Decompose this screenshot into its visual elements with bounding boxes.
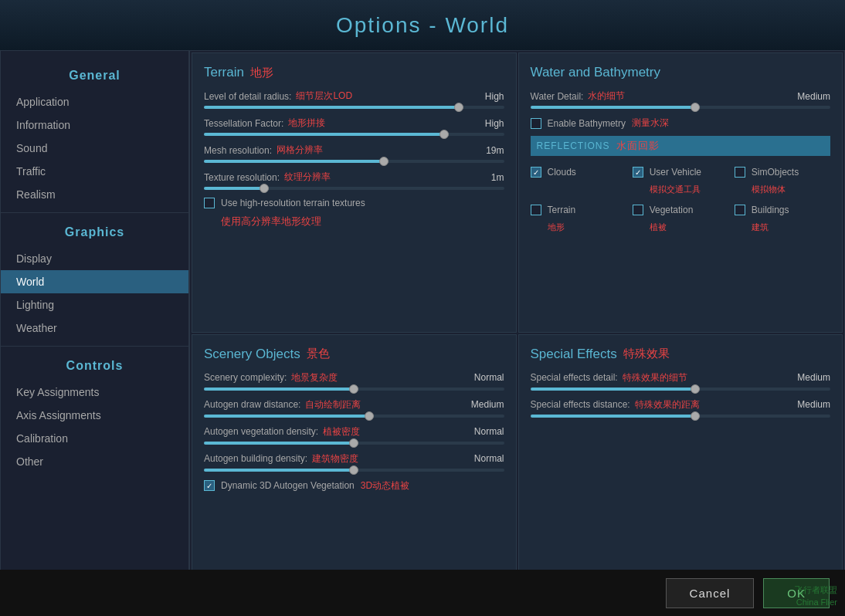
page-title: Options - World: [336, 13, 509, 38]
draw-dist-slider[interactable]: [204, 415, 504, 418]
bathymetry-checkbox[interactable]: [531, 118, 541, 129]
sidebar-graphics-title: Graphics: [1, 219, 188, 247]
sidebar-item-calibration[interactable]: Calibration: [1, 427, 188, 450]
lod-row: Level of detail radius: 细节层次LOD High: [204, 90, 504, 109]
sidebar-item-weather[interactable]: Weather: [1, 316, 188, 340]
terrain-panel: Terrain 地形 Level of detail radius: 细节层次L…: [192, 52, 517, 333]
mesh-row: Mesh resolution: 网格分辨率 19m: [204, 144, 504, 163]
hires-checkbox[interactable]: [204, 198, 215, 208]
user-vehicle-checkbox[interactable]: [633, 167, 643, 178]
fx-distance-row: Special effects distance: 特殊效果的距离 Medium: [531, 398, 831, 418]
veg-density-row: Autogen vegetation density: 植被密度 Normal: [204, 425, 504, 445]
user-vehicle-cn: 模拟交通工具: [633, 184, 728, 195]
sidebar-item-axis-assignments[interactable]: Axis Assignments: [1, 404, 188, 427]
reflections-row1: Clouds User Vehicle SimObjects: [531, 161, 831, 184]
sidebar-item-key-assignments[interactable]: Key Assignments: [1, 381, 188, 404]
complexity-row: Scenery complexity: 地景复杂度 Normal: [204, 371, 504, 391]
bottom-bar: Cancel OK: [0, 570, 845, 616]
reflections-row2: Terrain Vegetation Buildings: [531, 198, 831, 222]
fx-detail-slider[interactable]: [531, 388, 831, 391]
hires-label-cn: 使用高分辨率地形纹理: [221, 215, 504, 228]
user-vehicle-checkbox-row[interactable]: User Vehicle: [633, 167, 728, 178]
bathymetry-row[interactable]: Enable Bathymetry 测量水深: [531, 117, 831, 130]
tess-slider[interactable]: [204, 133, 504, 136]
buildings-cn: 建筑: [735, 222, 830, 233]
clouds-checkbox[interactable]: [531, 167, 541, 178]
water-detail-row: Water Detail: 水的细节 Medium: [531, 90, 831, 109]
simobjects-checkbox[interactable]: [735, 167, 745, 178]
cancel-button[interactable]: Cancel: [666, 578, 755, 608]
water-panel: Water and Bathymetry Water Detail: 水的细节 …: [518, 52, 843, 333]
watermark: 飞行者联盟 China Flier: [795, 584, 837, 608]
scenery-title: Scenery Objects 景色: [204, 347, 504, 362]
fx-distance-slider[interactable]: [531, 415, 831, 418]
sidebar: General Application Information Sound Tr…: [0, 50, 189, 616]
reflections-header: REFLECTIONS 水面回影: [531, 136, 831, 156]
clouds-cn: [531, 184, 626, 195]
sidebar-item-sound[interactable]: Sound: [1, 137, 188, 160]
dynamic-checkbox[interactable]: [204, 480, 215, 491]
terrain-refl-cn: 地形: [531, 222, 626, 233]
content-area: Terrain 地形 Level of detail radius: 细节层次L…: [189, 50, 845, 616]
mesh-slider[interactable]: [204, 160, 504, 163]
sidebar-item-traffic[interactable]: Traffic: [1, 160, 188, 183]
complexity-slider[interactable]: [204, 388, 504, 391]
sidebar-item-information[interactable]: Information: [1, 113, 188, 137]
simobjects-cn: 模拟物体: [735, 184, 830, 195]
texture-row: Texture resolution: 纹理分辨率 1m: [204, 171, 504, 190]
vegetation-cn: 植被: [633, 222, 728, 233]
water-detail-slider[interactable]: [531, 106, 831, 109]
clouds-checkbox-row[interactable]: Clouds: [531, 167, 626, 178]
sidebar-divider-2: [1, 346, 188, 347]
vegetation-checkbox-row[interactable]: Vegetation: [633, 205, 728, 215]
title-bar: Options - World: [0, 0, 845, 50]
buildings-checkbox[interactable]: [735, 205, 745, 215]
sidebar-item-world[interactable]: World: [1, 270, 188, 293]
bld-density-row: Autogen building density: 建筑物密度 Normal: [204, 452, 504, 472]
veg-density-slider[interactable]: [204, 442, 504, 445]
bld-density-slider[interactable]: [204, 469, 504, 472]
sidebar-divider-1: [1, 212, 188, 213]
sidebar-general-title: General: [1, 63, 188, 90]
terrain-checkbox-row[interactable]: Terrain: [531, 205, 626, 215]
sidebar-controls-title: Controls: [1, 353, 188, 381]
sidebar-item-realism[interactable]: Realism: [1, 183, 188, 206]
dynamic-checkbox-row[interactable]: Dynamic 3D Autogen Vegetation 3D动态植被: [204, 479, 504, 492]
vegetation-checkbox[interactable]: [633, 205, 643, 215]
special-title: Special Effects 特殊效果: [531, 347, 831, 362]
terrain-refl-checkbox[interactable]: [531, 205, 541, 215]
sidebar-item-lighting[interactable]: Lighting: [1, 293, 188, 316]
hires-checkbox-row[interactable]: Use high-resolution terrain textures: [204, 198, 504, 208]
draw-dist-row: Autogen draw distance: 自动绘制距离 Medium: [204, 398, 504, 418]
sidebar-item-other[interactable]: Other: [1, 450, 188, 473]
simobjects-checkbox-row[interactable]: SimObjects: [735, 167, 830, 178]
texture-slider[interactable]: [204, 187, 504, 190]
buildings-checkbox-row[interactable]: Buildings: [735, 205, 830, 215]
tess-row: Tessellation Factor: 地形拼接 High: [204, 117, 504, 136]
lod-slider[interactable]: [204, 106, 504, 109]
sidebar-item-display[interactable]: Display: [1, 247, 188, 270]
terrain-title: Terrain 地形: [204, 65, 504, 80]
water-title: Water and Bathymetry: [531, 65, 831, 80]
fx-detail-row: Special effects detail: 特殊效果的细节 Medium: [531, 371, 831, 391]
sidebar-item-application[interactable]: Application: [1, 90, 188, 113]
